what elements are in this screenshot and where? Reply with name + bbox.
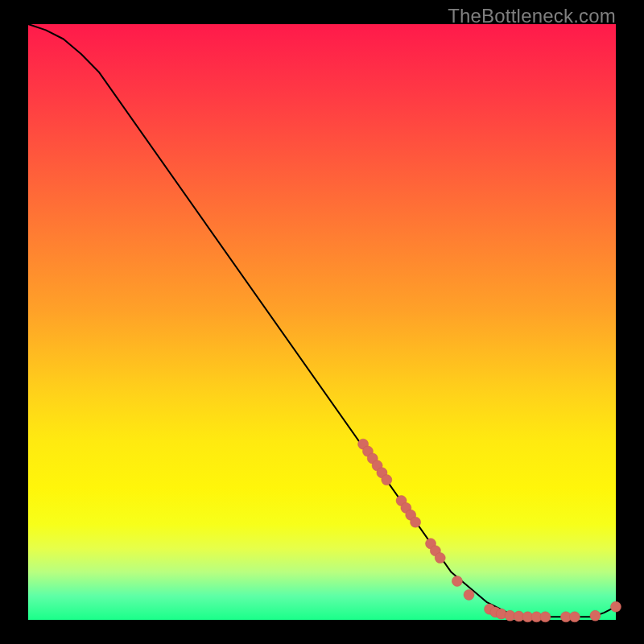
chart-svg [28, 24, 616, 620]
chart-plot-area [28, 24, 616, 620]
data-marker [611, 601, 621, 612]
data-marker [452, 576, 462, 586]
markers-group [358, 439, 621, 622]
data-marker [569, 612, 580, 622]
chart-stage: TheBottleneck.com [0, 0, 644, 644]
watermark-label: TheBottleneck.com [448, 5, 616, 27]
data-marker [496, 609, 506, 619]
data-marker [540, 612, 551, 622]
curve-line [28, 24, 616, 617]
data-marker [435, 553, 445, 564]
data-marker [464, 589, 474, 600]
data-marker [590, 610, 601, 621]
data-marker [411, 517, 421, 527]
data-marker [382, 475, 392, 485]
